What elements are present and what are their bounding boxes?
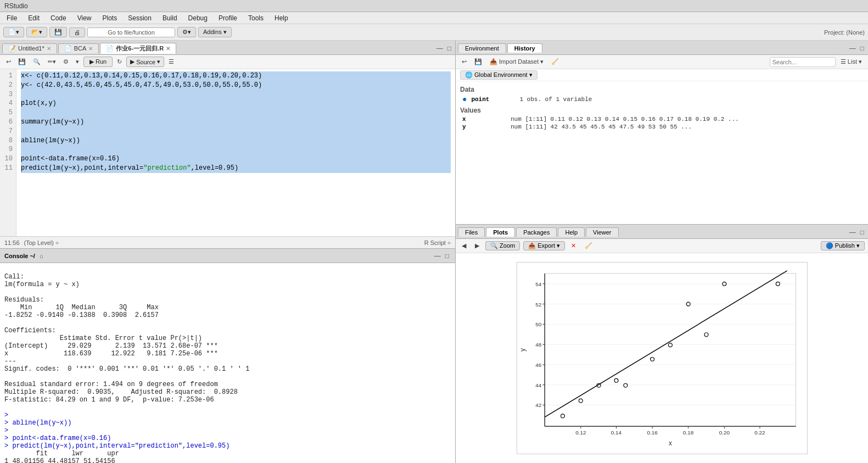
new-file-btn[interactable]: 📄▾: [3, 27, 24, 37]
tab-plots[interactable]: Plots: [486, 227, 515, 237]
svg-text:54: 54: [535, 281, 542, 287]
global-env-selector[interactable]: 🌐 Global Environment ▾: [460, 70, 537, 80]
tab-bca[interactable]: 📄 BCA ✕: [58, 43, 99, 53]
console-minimize-btn[interactable]: —: [433, 252, 443, 260]
goto-file-btn[interactable]: Go to file/function: [87, 27, 175, 37]
env-import-prev-btn[interactable]: ↩: [459, 57, 469, 66]
rerun-btn[interactable]: ↻: [114, 57, 125, 66]
env-import-dataset-btn[interactable]: 📥 Import Dataset ▾: [487, 57, 546, 66]
svg-text:44: 44: [535, 382, 542, 388]
export-btn[interactable]: 📤 Export ▾: [523, 241, 565, 250]
tab-homework[interactable]: 📄 作业6-一元回归.R ✕: [100, 43, 176, 54]
env-save-btn[interactable]: 💾: [472, 57, 485, 66]
clear-plots-btn[interactable]: 🧹: [582, 241, 595, 250]
tab-bca-close[interactable]: ✕: [88, 46, 93, 52]
format-btn[interactable]: ✏▾: [45, 57, 59, 66]
menu-build[interactable]: Build: [158, 13, 182, 23]
tab-bca-label: BCA: [74, 45, 87, 52]
delete-plot-btn[interactable]: ✕: [568, 241, 579, 250]
menu-help[interactable]: Help: [270, 13, 293, 23]
console-path-icon: ⌂: [40, 253, 43, 259]
code-content[interactable]: x<- c(0.11,0.12,0.13,0.14,0.15,0.16,0.17…: [16, 69, 455, 236]
plot-fwd-btn[interactable]: ▶: [472, 241, 482, 250]
files-panel-controls: — □: [848, 228, 866, 237]
code-line-3: [21, 90, 451, 99]
editor-area: 📝 Untitled1* ✕ 📄 BCA ✕ 📄 作业6-一元回归.R ✕ — …: [0, 41, 455, 249]
code-line-4: plot(x,y): [21, 99, 451, 108]
files-minimize-btn[interactable]: —: [848, 228, 858, 237]
print-btn[interactable]: 🖨: [69, 27, 85, 37]
code-editor[interactable]: 12345 67891011 x<- c(0.11,0.12,0.13,0.14…: [0, 69, 455, 236]
addins-btn[interactable]: Addins ▾: [198, 27, 232, 37]
env-maximize-btn[interactable]: □: [859, 44, 866, 53]
x-var-name: x: [462, 116, 506, 122]
tab-environment[interactable]: Environment: [458, 43, 506, 53]
tab-viewer[interactable]: Viewer: [586, 227, 618, 237]
x-var-value: num [1:11] 0.11 0.12 0.13 0.14 0.15 0.16…: [511, 116, 739, 122]
options-btn[interactable]: ▾: [73, 57, 82, 66]
tab-packages[interactable]: Packages: [516, 227, 557, 237]
tab-history[interactable]: History: [507, 43, 542, 53]
svg-rect-0: [545, 274, 796, 426]
menu-debug[interactable]: Debug: [184, 13, 212, 23]
editor-minimize-btn[interactable]: —: [435, 44, 445, 53]
editor-toolbar: ↩ 💾 🔍 ✏▾ ⚙ ▾ ▶ Run ↻ ▶ Source ▾ ☰: [0, 55, 455, 69]
editor-status-bar: 11:56 (Top Level) ÷ R Script ÷: [0, 236, 455, 248]
script-type: R Script ÷: [424, 239, 451, 246]
console-header: Console ~/ ⌂ — □: [0, 249, 455, 263]
project-label: Project: (None): [824, 29, 865, 36]
menu-edit[interactable]: Edit: [24, 13, 44, 23]
run-btn[interactable]: ▶ Run: [83, 57, 113, 67]
workspace-btn[interactable]: ⚙▾: [177, 27, 196, 37]
left-panel: 📝 Untitled1* ✕ 📄 BCA ✕ 📄 作业6-一元回归.R ✕ — …: [0, 41, 456, 463]
code-line-7: [21, 127, 451, 136]
env-list-btn[interactable]: ☰ List ▾: [838, 57, 865, 66]
search-btn[interactable]: 🔍: [30, 57, 43, 66]
menu-view[interactable]: View: [73, 13, 96, 23]
menu-tools[interactable]: Tools: [244, 13, 268, 23]
env-search-input[interactable]: [770, 57, 836, 67]
tab-help[interactable]: Help: [558, 227, 585, 237]
source-dropdown-icon[interactable]: ▾: [157, 58, 160, 65]
menu-plots[interactable]: Plots: [98, 13, 122, 23]
svg-text:0.20: 0.20: [719, 429, 730, 436]
console-maximize-btn[interactable]: □: [444, 252, 451, 260]
menu-code[interactable]: Code: [46, 13, 71, 23]
menu-profile[interactable]: Profile: [214, 13, 242, 23]
cursor-position: 11:56: [4, 239, 20, 246]
menu-session[interactable]: Session: [124, 13, 156, 23]
env-minimize-btn[interactable]: —: [848, 44, 858, 53]
console-output[interactable]: Call: lm(formula = y ~ x) Residuals: Min…: [0, 263, 455, 463]
console-area: Console ~/ ⌂ — □ Call: lm(formula = y ~ …: [0, 249, 455, 463]
save-btn[interactable]: 💾: [49, 27, 67, 37]
plot-back-btn[interactable]: ◀: [459, 241, 469, 250]
data-section-header: Data: [460, 86, 864, 93]
tab-files[interactable]: Files: [458, 227, 485, 237]
tab-untitled1[interactable]: 📝 Untitled1* ✕: [2, 43, 57, 53]
point-name: point: [471, 96, 515, 103]
tab-homework-close[interactable]: ✕: [166, 46, 170, 52]
publish-btn[interactable]: 🔵 Publish ▾: [821, 241, 865, 250]
menu-file[interactable]: File: [2, 13, 21, 23]
env-content: Data ● point 1 obs. of 1 variable Values…: [456, 81, 868, 224]
editor-maximize-btn[interactable]: □: [446, 44, 453, 53]
svg-text:0.18: 0.18: [683, 429, 694, 436]
svg-text:46: 46: [535, 362, 542, 368]
scatter-plot: 42 44 46 48 50 52 54: [517, 262, 808, 454]
env-broom-btn[interactable]: 🧹: [548, 57, 562, 66]
code-line-10: point<-data.frame(x=0.16): [21, 154, 451, 164]
x-axis-label: x: [668, 439, 671, 447]
global-env-bar: 🌐 Global Environment ▾: [456, 69, 868, 81]
editor-panel-controls: — □: [435, 44, 453, 53]
open-btn[interactable]: 📂▾: [26, 27, 47, 37]
files-maximize-btn[interactable]: □: [859, 228, 866, 237]
list-btn[interactable]: ☰: [166, 57, 177, 66]
save-file-btn[interactable]: 💾: [15, 57, 29, 66]
svg-text:0.22: 0.22: [754, 429, 765, 436]
zoom-btn[interactable]: 🔍 Zoom: [485, 241, 520, 250]
source-btn[interactable]: ▶ Source ▾: [126, 57, 164, 67]
publish-icon: 🔵: [826, 242, 833, 249]
compile-btn[interactable]: ⚙: [60, 57, 71, 66]
tab-untitled1-close[interactable]: ✕: [47, 46, 51, 52]
undo-btn[interactable]: ↩: [3, 57, 14, 66]
